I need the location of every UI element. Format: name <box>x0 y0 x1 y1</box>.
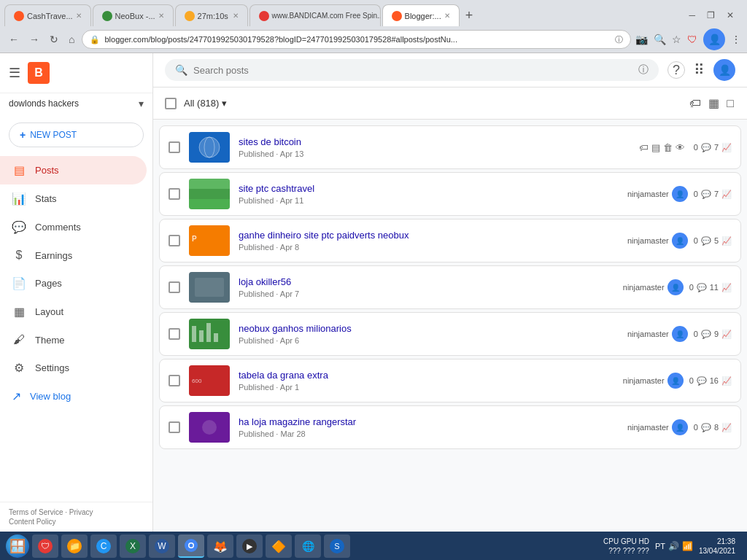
extension-icon[interactable]: 🛡 <box>687 34 697 45</box>
star-icon[interactable]: ☆ <box>672 34 681 45</box>
back-button[interactable]: ← <box>6 32 22 47</box>
sidebar-item-comments[interactable]: 💬 Comments <box>0 213 147 241</box>
tab-close-neobux[interactable]: ✕ <box>158 12 164 20</box>
taskbar-app-word[interactable]: W <box>149 534 175 558</box>
info-icon[interactable]: ⓘ <box>615 34 623 45</box>
views-icon-p4: 📈 <box>721 283 732 292</box>
post-item-p6[interactable]: 600 tabela da grana extra Published · Ap… <box>159 359 741 402</box>
sidebar-label-earnings: Earnings <box>35 250 72 261</box>
post-item-p2[interactable]: site ptc cashtravel Published · Apr 11 n… <box>159 172 741 216</box>
terms-link[interactable]: Terms of Service <box>9 508 63 516</box>
sidebar-label-stats: Stats <box>35 193 57 204</box>
sidebar-item-earnings[interactable]: $ Earnings <box>0 241 147 269</box>
post-checkbox-p7[interactable] <box>169 421 180 433</box>
tab-close-blogger[interactable]: ✕ <box>444 12 450 20</box>
lang-icon[interactable]: PT <box>655 542 665 551</box>
blog-dropdown-icon[interactable]: ▾ <box>139 98 144 109</box>
minimize-button[interactable]: ─ <box>684 9 700 22</box>
more-post-icon[interactable]: ▤ <box>651 142 660 153</box>
privacy-link[interactable]: Privacy <box>69 508 93 516</box>
bookmark-search-icon[interactable]: 🔍 <box>654 34 666 45</box>
hamburger-icon[interactable]: ☰ <box>9 65 20 81</box>
taskbar-app-media[interactable]: ▶ <box>236 534 263 558</box>
list-view-icon[interactable]: □ <box>725 96 735 112</box>
posts-toolbar: All (818) ▾ 🏷 ▦ □ <box>153 88 747 120</box>
post-checkbox-p1[interactable] <box>169 141 180 153</box>
label-post-icon[interactable]: 🏷 <box>639 142 649 153</box>
user-avatar[interactable]: 👤 <box>703 28 725 50</box>
taskbar-app-files[interactable]: 📁 <box>61 534 88 558</box>
post-info-p4: loja okiller56 Published · Apr 7 <box>239 276 614 298</box>
apps-icon[interactable]: ⠿ <box>694 61 705 79</box>
search-info-icon[interactable]: ⓘ <box>638 63 649 77</box>
blog-selector[interactable]: dowlonds hackers ▾ <box>0 93 152 114</box>
taskbar-app-vlc[interactable]: 🔶 <box>266 534 292 558</box>
sidebar-item-theme[interactable]: 🖌 Theme <box>0 326 147 354</box>
start-button[interactable]: 🪟 <box>6 534 29 558</box>
svg-rect-9 <box>195 278 224 297</box>
taskbar-app-excel[interactable]: X <box>120 534 146 558</box>
media-icon: ▶ <box>242 539 257 553</box>
new-post-button[interactable]: + NEW POST <box>9 122 144 147</box>
svg-rect-4 <box>189 179 230 189</box>
post-item-p7[interactable]: ha loja magazine rangerstar Published · … <box>159 405 741 449</box>
url-bar[interactable]: 🔒 blogger.com/blog/posts/247701992503017… <box>82 30 631 49</box>
network-tray-icon[interactable]: 📶 <box>682 541 693 551</box>
post-checkbox-p2[interactable] <box>169 188 180 200</box>
sidebar-item-view-blog[interactable]: ↗ View blog <box>0 382 152 411</box>
post-info-p7: ha loja magazine rangerstar Published · … <box>239 416 619 438</box>
screenshot-icon[interactable]: 📷 <box>635 34 648 45</box>
search-bar[interactable]: 🔍 ⓘ <box>165 59 659 81</box>
tab-neobux[interactable]: NeoBux -... ✕ <box>93 4 174 26</box>
post-title-p7: ha loja magazine rangerstar <box>239 416 619 427</box>
tab-timer[interactable]: 27m:10s ✕ <box>175 4 248 26</box>
post-item-p1[interactable]: sites de bitcoin Published · Apr 13 🏷 ▤ … <box>159 125 741 169</box>
taskbar-app-firefox[interactable]: 🦊 <box>207 534 233 558</box>
post-checkbox-p3[interactable] <box>169 235 180 246</box>
restore-button[interactable]: ❐ <box>703 9 719 22</box>
sidebar-item-layout[interactable]: ▦ Layout <box>0 298 147 326</box>
label-icon[interactable]: 🏷 <box>688 96 703 112</box>
post-checkbox-p4[interactable] <box>169 281 180 293</box>
content-policy-link[interactable]: Content Policy <box>9 518 144 526</box>
filter-dropdown-icon[interactable]: ▾ <box>222 98 227 109</box>
tab-close-cashtrave[interactable]: ✕ <box>76 12 82 20</box>
post-item-p3[interactable]: P ganhe dinheiro site ptc paidverts neob… <box>159 219 741 262</box>
sidebar-item-stats[interactable]: 📊 Stats <box>0 184 147 213</box>
taskbar-app-antivirus[interactable]: 🛡 <box>32 534 58 558</box>
taskbar-app-ccleaner[interactable]: C <box>90 534 117 558</box>
posts-filter[interactable]: All (818) ▾ <box>184 98 227 109</box>
delete-post-icon[interactable]: 🗑 <box>663 142 673 153</box>
post-item-p4[interactable]: loja okiller56 Published · Apr 7 ninjama… <box>159 265 741 309</box>
home-button[interactable]: ⌂ <box>66 32 77 47</box>
menu-icon[interactable]: ⋮ <box>731 34 741 45</box>
help-icon[interactable]: ? <box>667 61 685 79</box>
select-all-checkbox[interactable] <box>165 98 177 109</box>
tab-blogger[interactable]: Blogger:... ✕ <box>382 4 460 26</box>
view-post-icon[interactable]: 👁 <box>676 142 685 153</box>
post-info-p6: tabela da grana extra Published · Apr 1 <box>239 370 614 392</box>
author-avatar-p2: 👤 <box>672 186 688 202</box>
tab-close-timer[interactable]: ✕ <box>233 12 239 20</box>
user-avatar-top[interactable]: 👤 <box>713 59 735 81</box>
taskbar-app-network[interactable]: 🌐 <box>295 534 321 558</box>
taskbar-app-steam[interactable]: S <box>324 534 350 558</box>
post-item-p5[interactable]: neobux ganhos milionarios Published · Ap… <box>159 312 741 356</box>
sidebar-header: ☰ B <box>0 53 152 93</box>
tab-bandicam[interactable]: www.BANDICAM.com Free Spin... ✕ <box>249 4 381 26</box>
post-checkbox-p5[interactable] <box>169 328 180 340</box>
close-button[interactable]: ✕ <box>722 9 738 22</box>
forward-button[interactable]: → <box>26 32 42 47</box>
reload-button[interactable]: ↻ <box>47 32 61 47</box>
search-input[interactable] <box>193 65 632 76</box>
sidebar-item-settings[interactable]: ⚙ Settings <box>0 354 147 382</box>
svg-rect-5 <box>189 189 230 199</box>
grid-view-icon[interactable]: ▦ <box>707 95 721 112</box>
sidebar-item-posts[interactable]: ▤ Posts <box>0 156 147 184</box>
taskbar-app-chrome[interactable] <box>178 534 204 558</box>
sidebar-item-pages[interactable]: 📄 Pages <box>0 269 147 298</box>
volume-icon[interactable]: 🔊 <box>668 541 679 551</box>
post-checkbox-p6[interactable] <box>169 375 180 386</box>
tab-cashtrave[interactable]: CashTrave... ✕ <box>4 4 91 26</box>
new-tab-button[interactable]: + <box>461 8 478 23</box>
